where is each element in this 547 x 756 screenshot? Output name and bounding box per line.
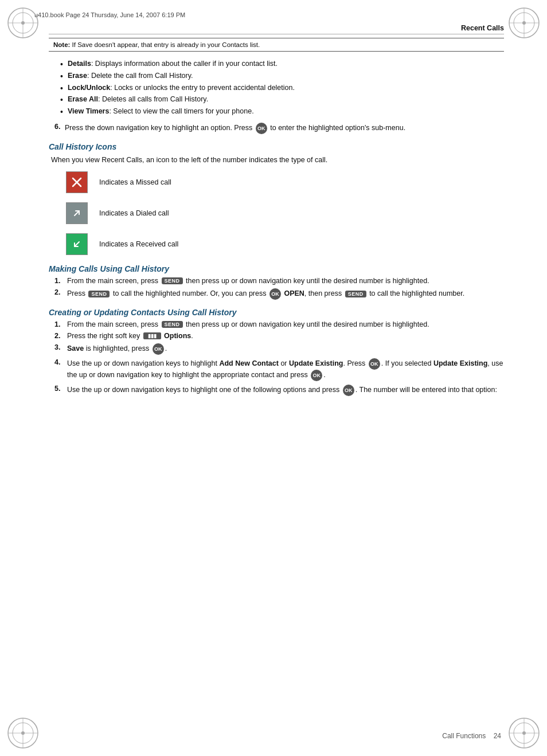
book-info: u410.book Page 24 Thursday, June 14, 200… xyxy=(34,10,185,18)
open-label: OPEN xyxy=(284,289,304,297)
step-content-c3: Save is highlighted, press OK. xyxy=(67,343,504,355)
dialed-call-label: Indicates a Dialed call xyxy=(99,209,169,217)
ok-button-c5: OK xyxy=(343,385,354,396)
page-footer: Call Functions 24 xyxy=(0,732,547,740)
list-item: 1. From the main screen, press SEND then… xyxy=(54,277,504,285)
update-existing-label-2: Update Existing xyxy=(433,359,487,367)
list-item: Erase: Delete the call from Call History… xyxy=(60,72,504,81)
creating-contacts-heading: Creating or Updating Contacts Using Call… xyxy=(49,308,504,317)
footer-page: 24 xyxy=(494,732,501,740)
ok-button-inline: OK xyxy=(269,288,281,300)
step-content-1: From the main screen, press SEND then pr… xyxy=(67,277,504,285)
send-button-inline-2: SEND xyxy=(88,291,110,297)
ok-button-c3: OK xyxy=(153,343,164,355)
footer-label: Call Functions xyxy=(442,732,486,740)
creating-contacts-steps: 1. From the main screen, press SEND then… xyxy=(54,320,504,396)
step-num-1: 1. xyxy=(54,277,67,285)
content-area: Recent Calls Note: If Save doesn't appea… xyxy=(0,24,547,396)
corner-decoration-tr xyxy=(507,6,541,40)
step-num-c1: 1. xyxy=(54,320,67,328)
bullet-term-0: Details xyxy=(68,60,91,68)
add-new-contact-label: Add New Contact xyxy=(219,359,278,367)
ok-button-c4b: OK xyxy=(311,370,322,381)
missed-call-row: Indicates a Missed call xyxy=(66,171,504,193)
step-6: 6. Press the down navigation key to high… xyxy=(54,123,504,134)
section-title-bar: Recent Calls xyxy=(49,24,504,34)
received-call-label: Indicates a Received call xyxy=(99,240,178,248)
corner-decoration-tl xyxy=(6,6,40,40)
bullet-term-4: View Timers xyxy=(68,107,110,115)
save-label: Save xyxy=(67,344,84,352)
footer-text: Call Functions 24 xyxy=(442,732,501,740)
step-num-c5: 5. xyxy=(54,385,67,393)
section-title: Recent Calls xyxy=(461,24,504,32)
step-num-c4: 4. xyxy=(54,358,67,366)
update-existing-label: Update Existing xyxy=(289,359,343,367)
step-content-c4: Use the up or down navigation keys to hi… xyxy=(67,358,504,381)
received-call-row: Indicates a Received call xyxy=(66,233,504,255)
icon-description-area: Indicates a Missed call Indicates a Dial… xyxy=(66,171,504,255)
bullet-term-1: Erase xyxy=(68,72,87,80)
ok-button-icon: OK xyxy=(256,123,267,134)
step-6-num: 6. xyxy=(54,123,65,131)
send-button-inline: SEND xyxy=(162,277,183,284)
dialed-call-icon-box xyxy=(66,202,88,224)
received-call-phone-icon xyxy=(70,237,84,251)
list-item: 2. Press the right soft key ▮▮▮ Options. xyxy=(54,332,504,340)
step-num-c3: 3. xyxy=(54,343,67,351)
ok-button-c4a: OK xyxy=(369,358,380,370)
list-item: 1. From the main screen, press SEND then… xyxy=(54,320,504,328)
making-calls-heading: Making Calls Using Call History xyxy=(49,264,504,273)
missed-call-phone-icon xyxy=(70,175,84,189)
list-item: 2. Press SEND to call the highlighted nu… xyxy=(54,288,504,300)
step-content-2: Press SEND to call the highlighted numbe… xyxy=(67,288,504,300)
options-label: Options xyxy=(164,332,191,340)
step-content-c5: Use the up or down navigation keys to hi… xyxy=(67,385,504,396)
page-header: u410.book Page 24 Thursday, June 14, 200… xyxy=(0,0,547,18)
step-content-c2: Press the right soft key ▮▮▮ Options. xyxy=(67,332,504,340)
list-item: Details: Displays information about the … xyxy=(60,60,504,69)
missed-call-label: Indicates a Missed call xyxy=(99,178,171,186)
send-button-inline-3: SEND xyxy=(345,291,366,297)
bullet-term-3: Erase All xyxy=(68,95,98,103)
bullet-term-2: Lock/Unlock xyxy=(68,84,110,92)
note-box: Note: If Save doesn't appear, that entry… xyxy=(49,38,504,52)
bullet-desc-3: : Deletes all calls from Call History. xyxy=(98,95,208,103)
missed-call-icon-box xyxy=(66,171,88,193)
call-history-icons-heading: Call History Icons xyxy=(49,142,504,151)
step-6-text: Press the down navigation key to highlig… xyxy=(65,123,405,134)
note-text: If Save doesn't appear, that entry is al… xyxy=(70,41,260,48)
page-container: u410.book Page 24 Thursday, June 14, 200… xyxy=(0,0,547,756)
making-calls-steps: 1. From the main screen, press SEND then… xyxy=(54,277,504,300)
bullet-desc-4: : Select to view the call timers for you… xyxy=(109,107,253,115)
step-content-c1: From the main screen, press SEND then pr… xyxy=(67,320,504,328)
bullet-desc-1: : Delete the call from Call History. xyxy=(87,72,193,80)
list-item: View Timers: Select to view the call tim… xyxy=(60,107,504,117)
dialed-call-phone-icon xyxy=(70,206,84,220)
call-history-intro: When you view Recent Calls, an icon to t… xyxy=(51,155,504,166)
bullet-list: Details: Displays information about the … xyxy=(60,60,504,117)
options-button: ▮▮▮ xyxy=(143,332,161,339)
list-item: Lock/Unlock: Locks or unlocks the entry … xyxy=(60,84,504,93)
step-num-2: 2. xyxy=(54,288,67,296)
list-item: Erase All: Deletes all calls from Call H… xyxy=(60,95,504,105)
list-item: 4. Use the up or down navigation keys to… xyxy=(54,358,504,381)
step-num-c2: 2. xyxy=(54,332,67,340)
list-item: 3. Save is highlighted, press OK. xyxy=(54,343,504,355)
note-label: Note: xyxy=(53,41,70,48)
dialed-call-row: Indicates a Dialed call xyxy=(66,202,504,224)
received-call-icon-box xyxy=(66,233,88,255)
send-button-c1: SEND xyxy=(162,321,183,328)
list-item: 5. Use the up or down navigation keys to… xyxy=(54,385,504,396)
bullet-desc-2: : Locks or unlocks the entry to prevent … xyxy=(110,84,295,92)
bullet-desc-0: : Displays information about the caller … xyxy=(91,60,278,68)
